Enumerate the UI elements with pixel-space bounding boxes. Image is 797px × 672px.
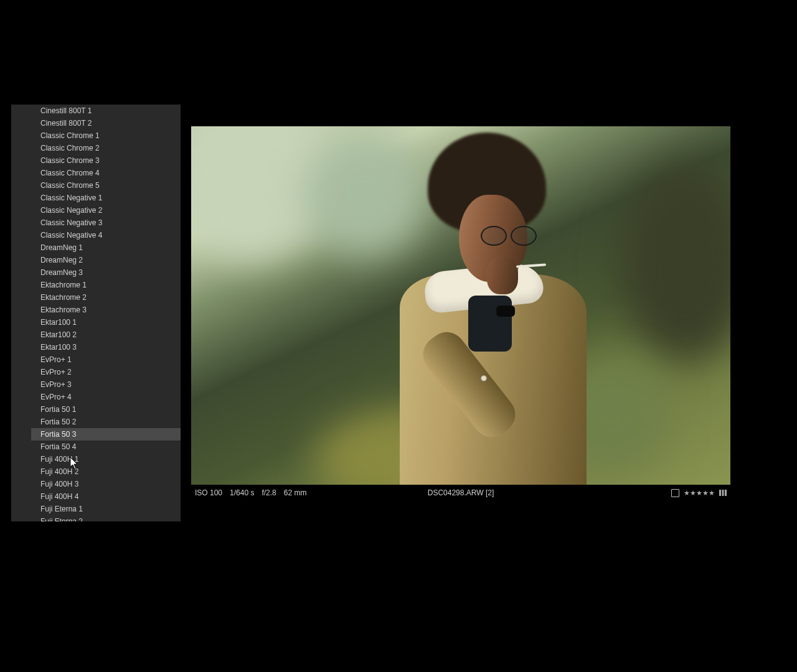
- preset-item-label: Ektachrome 2: [40, 293, 87, 302]
- preset-item-label: EvPro+ 2: [40, 368, 72, 376]
- preset-item-label: DreamNeg 1: [40, 243, 83, 252]
- preset-item[interactable]: DreamNeg 1: [40, 241, 181, 254]
- preset-item-label: Ektar100 1: [40, 318, 77, 327]
- preset-item-label: Ektar100 2: [40, 330, 77, 339]
- preset-item-label: EvPro+ 4: [40, 393, 72, 401]
- svg-rect-0: [719, 490, 721, 496]
- preset-item-label: Fortia 50 4: [40, 442, 76, 451]
- preset-item-label: Ektachrome 3: [40, 306, 87, 314]
- preset-item[interactable]: Fuji 400H 1: [40, 453, 181, 465]
- rating-stars[interactable]: ★★★★★: [684, 488, 715, 497]
- preset-item-label: Fortia 50 3: [40, 430, 76, 439]
- preset-item[interactable]: Classic Chrome 3: [40, 154, 181, 167]
- preset-item-label: Fuji 400H 1: [40, 455, 78, 464]
- preset-item-label: Fortia 50 1: [40, 405, 76, 414]
- svg-rect-2: [725, 490, 727, 496]
- preset-item[interactable]: EvPro+ 4: [40, 391, 181, 403]
- preset-item[interactable]: Ektar100 2: [40, 329, 181, 341]
- star-icon[interactable]: ★: [690, 489, 696, 497]
- preset-item-label: Classic Chrome 2: [40, 144, 100, 152]
- preset-item[interactable]: Ektar100 3: [40, 341, 181, 353]
- preset-item-label: Fortia 50 2: [40, 418, 76, 426]
- preset-item-label: Ektachrome 1: [40, 281, 87, 289]
- preset-item[interactable]: Classic Chrome 4: [40, 167, 181, 179]
- preset-item[interactable]: Classic Chrome 2: [40, 142, 181, 154]
- preset-item[interactable]: Fortia 50 1: [40, 403, 181, 416]
- preset-item-label: Classic Negative 1: [40, 194, 102, 202]
- info-bar: ISO 100 1/640 s f/2.8 62 mm DSC04298.ARW…: [191, 487, 730, 499]
- image-preview[interactable]: [191, 126, 730, 485]
- preset-item-label: Classic Negative 4: [40, 231, 102, 240]
- preset-item[interactable]: EvPro+ 1: [40, 353, 181, 366]
- preset-sidebar: Cinestill 800T 1Cinestill 800T 2Classic …: [11, 105, 181, 521]
- preset-item-label: Cinestill 800T 1: [40, 106, 92, 115]
- star-icon[interactable]: ★: [684, 489, 690, 497]
- preset-item[interactable]: Cinestill 800T 1: [40, 105, 181, 117]
- star-icon[interactable]: ★: [709, 489, 715, 497]
- preset-item-label: EvPro+ 1: [40, 355, 72, 364]
- preset-item[interactable]: Classic Chrome 5: [40, 179, 181, 192]
- preset-item-label: Classic Negative 2: [40, 206, 102, 215]
- preset-item[interactable]: Classic Negative 3: [40, 217, 181, 229]
- star-icon[interactable]: ★: [696, 489, 702, 497]
- preset-item-label: Ektar100 3: [40, 343, 77, 352]
- preset-item-label: Fuji 400H 2: [40, 467, 78, 476]
- preset-item[interactable]: Ektar100 1: [40, 316, 181, 329]
- preset-item[interactable]: Classic Negative 4: [40, 229, 181, 241]
- preset-item[interactable]: Classic Negative 2: [40, 204, 181, 217]
- preset-item[interactable]: Fortia 50 3: [40, 428, 181, 441]
- preset-item[interactable]: Fuji Eterna 2: [40, 515, 181, 521]
- preset-list: Cinestill 800T 1Cinestill 800T 2Classic …: [11, 105, 181, 521]
- preset-item[interactable]: Classic Negative 1: [40, 192, 181, 204]
- preset-item-label: Classic Negative 3: [40, 218, 102, 227]
- preset-item[interactable]: Cinestill 800T 2: [40, 117, 181, 129]
- preset-item[interactable]: Fuji 400H 4: [40, 490, 181, 503]
- preset-item-label: DreamNeg 2: [40, 256, 83, 264]
- preset-item[interactable]: EvPro+ 3: [40, 378, 181, 391]
- preset-item[interactable]: Fuji 400H 2: [40, 465, 181, 478]
- preset-item[interactable]: Fuji Eterna 1: [40, 503, 181, 515]
- preset-item[interactable]: Ektachrome 3: [40, 304, 181, 316]
- preset-item-label: Fuji Eterna 2: [40, 517, 83, 521]
- svg-rect-1: [722, 490, 724, 496]
- preset-item-label: Cinestill 800T 2: [40, 119, 92, 128]
- preset-item[interactable]: Fuji 400H 3: [40, 478, 181, 490]
- preset-item[interactable]: Fortia 50 2: [40, 416, 181, 428]
- preset-item-label: DreamNeg 3: [40, 268, 83, 277]
- preset-item-label: Classic Chrome 3: [40, 156, 100, 165]
- preset-item[interactable]: Classic Chrome 1: [40, 129, 181, 142]
- preset-item-label: Fuji 400H 4: [40, 492, 78, 501]
- preset-item[interactable]: Ektachrome 1: [40, 279, 181, 291]
- preset-item[interactable]: DreamNeg 2: [40, 254, 181, 266]
- preset-item-label: Fuji Eterna 1: [40, 505, 83, 513]
- preset-item-label: Classic Chrome 5: [40, 181, 100, 190]
- filename-label: DSC04298.ARW [2]: [428, 488, 494, 497]
- preset-item-label: Classic Chrome 1: [40, 131, 100, 140]
- preset-item[interactable]: Fortia 50 4: [40, 441, 181, 453]
- flag-icon[interactable]: [671, 489, 679, 497]
- color-label-icon[interactable]: [719, 489, 727, 497]
- preset-item[interactable]: DreamNeg 3: [40, 266, 181, 279]
- star-icon[interactable]: ★: [702, 489, 709, 497]
- preset-item-label: EvPro+ 3: [40, 380, 72, 389]
- preset-item-label: Fuji 400H 3: [40, 480, 78, 488]
- preset-item[interactable]: EvPro+ 2: [40, 366, 181, 378]
- preset-item-label: Classic Chrome 4: [40, 169, 100, 177]
- preset-item[interactable]: Ektachrome 2: [40, 291, 181, 304]
